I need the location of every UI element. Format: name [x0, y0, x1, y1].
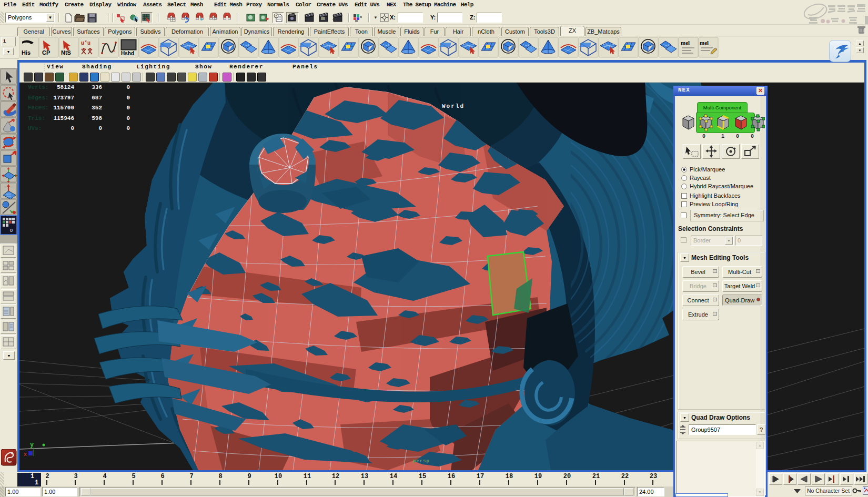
svg-text:0: 0: [126, 95, 130, 101]
svg-text:115946: 115946: [53, 115, 74, 121]
svg-text:World: World: [442, 103, 465, 109]
svg-text:y: y: [30, 441, 34, 449]
svg-text:mel: mel: [700, 39, 709, 46]
svg-text:598: 598: [92, 115, 102, 121]
svg-text:0: 0: [126, 84, 130, 90]
svg-text:Verts:: Verts:: [28, 84, 49, 90]
svg-text:NtS: NtS: [61, 49, 71, 56]
svg-text:Edges:: Edges:: [28, 95, 49, 101]
svg-text:UVs:: UVs:: [28, 125, 42, 131]
svg-text:His: His: [22, 49, 31, 56]
svg-text:336: 336: [92, 84, 102, 90]
svg-text:0: 0: [126, 125, 130, 131]
svg-text:Hshd: Hshd: [121, 50, 134, 56]
svg-text:0: 0: [70, 125, 74, 131]
svg-text:687: 687: [92, 95, 102, 101]
svg-text:CP: CP: [42, 49, 50, 56]
svg-text:Tris:: Tris:: [28, 115, 45, 121]
svg-text:173797: 173797: [53, 95, 74, 101]
svg-text:0: 0: [126, 105, 130, 111]
svg-text:0: 0: [10, 228, 13, 233]
svg-text:0: 0: [126, 115, 130, 121]
svg-text:0: 0: [98, 125, 102, 131]
svg-text:115700: 115700: [53, 105, 74, 111]
svg-text:mel: mel: [681, 39, 690, 46]
svg-text:persp: persp: [413, 459, 430, 464]
svg-text:Faces:: Faces:: [28, 105, 49, 111]
svg-text:u˟u: u˟u: [81, 40, 90, 46]
svg-text:352: 352: [92, 105, 102, 111]
svg-text:58124: 58124: [57, 84, 74, 90]
svg-text:x: x: [24, 452, 27, 458]
